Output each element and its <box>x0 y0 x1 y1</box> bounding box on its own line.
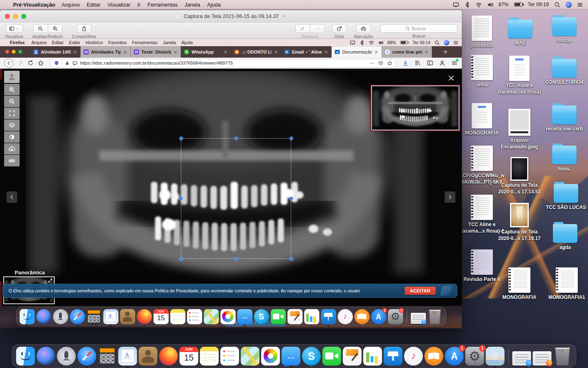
bookmark-star-icon[interactable] <box>387 61 392 66</box>
dock-maps[interactable] <box>204 309 219 324</box>
menu-editar[interactable]: Editar <box>87 2 100 8</box>
back-button[interactable] <box>4 58 13 68</box>
dock-settings[interactable]: 1 <box>388 309 403 324</box>
desktop-icon-fimca[interactable]: fimca. <box>542 17 587 44</box>
dock-maps[interactable] <box>241 347 260 366</box>
dock-launchpad[interactable] <box>57 347 76 366</box>
menu-exibir[interactable]: Exibir <box>69 40 80 45</box>
hamburger-menu-button[interactable] <box>451 60 458 66</box>
dock-messages[interactable] <box>237 309 252 324</box>
dock-siri[interactable] <box>36 309 51 324</box>
toolbar-search-field[interactable] <box>380 24 458 33</box>
dock-messages[interactable] <box>282 347 301 366</box>
dock-safari[interactable] <box>70 309 85 324</box>
desktop-icon-arquivo[interactable]: ArquivoEscaneado.jpeg <box>497 109 542 150</box>
selection-handle-nw[interactable] <box>179 137 183 140</box>
dock-window-firefox[interactable] <box>533 347 552 366</box>
volume-icon[interactable] <box>487 2 493 8</box>
selection-handle-sw[interactable] <box>179 257 183 261</box>
url-text[interactable]: https://idoc.radiomemory.com.br/document… <box>80 61 367 65</box>
forward-button[interactable] <box>17 60 24 66</box>
dock-keynote[interactable] <box>321 309 336 324</box>
dock-books[interactable] <box>354 309 370 324</box>
tool-download-cloud-button[interactable] <box>4 143 20 155</box>
next-image-arrow[interactable] <box>445 191 455 203</box>
rotate-button[interactable] <box>332 24 347 33</box>
desktop-icon-monografia[interactable]: MONOGRAFIA <box>497 267 542 301</box>
menu-ferramentas[interactable]: Ferramentas <box>132 40 157 45</box>
menu-ajuda[interactable]: Ajuda <box>181 40 193 45</box>
close-tab-icon[interactable] <box>73 50 77 54</box>
account-button[interactable] <box>439 60 445 66</box>
desktop-icon-monografia1[interactable]: MONOGRAFIA1 <box>544 267 588 301</box>
menu-ir[interactable]: Ir <box>137 2 140 8</box>
dock-pages[interactable] <box>287 309 303 324</box>
close-tab-icon[interactable] <box>223 50 228 54</box>
home-button[interactable] <box>38 60 44 66</box>
dock-window-safari[interactable] <box>411 309 426 324</box>
close-window-button[interactable] <box>5 14 10 19</box>
dock-calculator[interactable] <box>87 309 102 324</box>
dock-facetime[interactable] <box>323 347 341 366</box>
notification-center-icon[interactable] <box>577 2 583 8</box>
dock-calculator[interactable] <box>98 347 117 366</box>
tab-documentac-a-o-id[interactable]: iDDocumentação | iD <box>332 46 382 58</box>
wifi-icon[interactable] <box>476 2 482 8</box>
menu-arquivo[interactable]: Arquivo <box>62 2 80 8</box>
downloads-button[interactable] <box>402 60 409 66</box>
dock-notes[interactable] <box>200 347 219 366</box>
dock-pages[interactable] <box>343 347 362 366</box>
spotlight-search-icon[interactable] <box>554 2 560 8</box>
reload-button[interactable] <box>27 60 34 66</box>
selection-handle-n[interactable] <box>234 137 238 140</box>
dock-launchpad[interactable] <box>53 309 68 324</box>
dock-books[interactable] <box>425 347 443 366</box>
new-tab-button[interactable]: + <box>441 47 450 57</box>
dock-keynote[interactable] <box>384 347 403 366</box>
menu-editar[interactable]: Editar <box>52 40 64 45</box>
close-tab-icon[interactable] <box>374 50 379 54</box>
selection-handle-w[interactable] <box>179 197 183 200</box>
close-tab-icon[interactable] <box>324 50 328 54</box>
tool-visibility-button[interactable] <box>4 119 20 131</box>
desktop-icon-agda[interactable]: agda <box>543 224 588 251</box>
desktop-icon-consultorio4[interactable]: CONSULTORIO4 <box>542 59 587 85</box>
dock-reminders[interactable] <box>187 309 202 324</box>
view-button[interactable] <box>6 24 23 33</box>
tool-brightness-button[interactable] <box>4 131 20 143</box>
permissions-icon[interactable] <box>72 61 78 66</box>
dock-skype[interactable] <box>302 347 321 366</box>
accept-cookies-button[interactable]: ACEITAR <box>405 287 436 295</box>
tab-whatsapp[interactable]: WhatsApp <box>181 46 231 58</box>
dock-settings[interactable]: 1 <box>466 347 484 366</box>
dock-finder[interactable] <box>16 347 35 366</box>
desktop-icon-captura-de-tela[interactable]: Captura de Tela2020-0...s 17.19.17 <box>497 203 542 242</box>
markup-button[interactable] <box>356 24 371 33</box>
close-viewer-icon[interactable] <box>447 74 455 82</box>
xray-overview-thumbnail[interactable] <box>371 85 459 130</box>
close-window-button[interactable] <box>5 50 9 54</box>
dock-calendar[interactable]: JUN15 <box>154 309 169 324</box>
tab-como-tirar-print-no[interactable]: Gcomo tirar print no <box>382 46 432 58</box>
close-tab-icon[interactable] <box>173 50 178 54</box>
siri-icon[interactable] <box>566 2 572 8</box>
dock-calendar[interactable]: JUN15 <box>180 347 198 366</box>
dock-trash[interactable] <box>553 347 572 366</box>
menu-histo-rico[interactable]: Histórico <box>85 40 103 45</box>
zoom-window-button[interactable] <box>21 14 26 19</box>
tool-zoom-in-button[interactable] <box>4 84 20 95</box>
close-tab-icon[interactable] <box>424 50 429 54</box>
dock-reminders[interactable] <box>220 347 239 366</box>
desktop-icon-tcc-aline-e[interactable]: TCC Aline eIracema...es Rosa) <box>497 56 542 95</box>
dock-safari[interactable] <box>78 347 96 366</box>
dock-firefox[interactable] <box>159 347 178 366</box>
tool-fullscreen-button[interactable] <box>4 108 20 119</box>
menu-ajuda[interactable]: Ajuda <box>207 2 220 8</box>
dock-photos[interactable] <box>261 347 280 366</box>
zoom-in-button[interactable] <box>48 24 62 33</box>
selection-handle-e[interactable] <box>290 197 293 200</box>
bluetooth-icon[interactable] <box>464 2 470 8</box>
tab-atividades-tipos-d[interactable]: Atividades Tipos d <box>80 46 131 58</box>
library-button[interactable] <box>414 60 421 66</box>
menu-arquivo[interactable]: Arquivo <box>31 40 47 45</box>
